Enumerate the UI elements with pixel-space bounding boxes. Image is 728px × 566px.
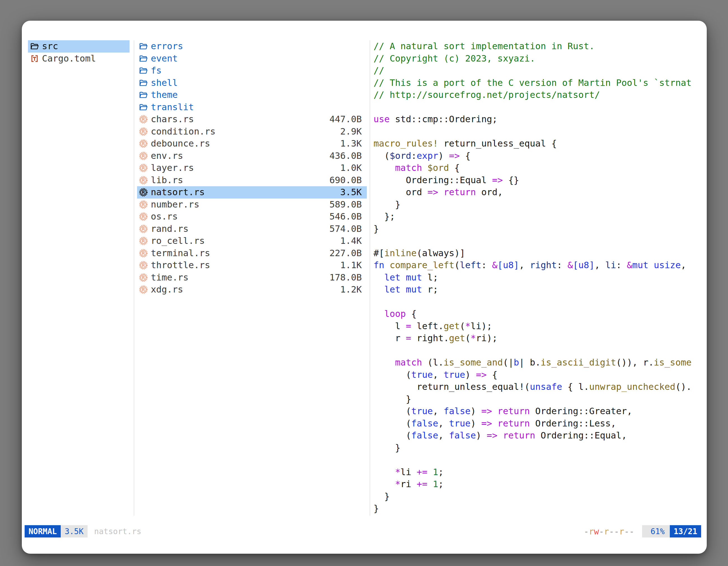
svg-text:R: R bbox=[142, 190, 145, 195]
code-line: } bbox=[374, 393, 707, 405]
code-line: ord => return ord, bbox=[374, 186, 707, 199]
code-line: } bbox=[374, 199, 707, 211]
code-line: } bbox=[374, 223, 707, 235]
file-row-ro_cell.rs[interactable]: Rro_cell.rs1.4K bbox=[137, 235, 367, 247]
file-size: 1.1K bbox=[340, 259, 362, 272]
file-row-src[interactable]: src bbox=[28, 40, 130, 53]
rust-file-icon: R bbox=[138, 224, 148, 234]
file-row-rand.rs[interactable]: Rrand.rs574.0B bbox=[137, 223, 367, 235]
file-name: debounce.rs bbox=[151, 138, 210, 150]
file-name: xdg.rs bbox=[151, 283, 183, 296]
file-row-theme[interactable]: theme bbox=[137, 89, 367, 101]
file-name: src bbox=[42, 40, 58, 53]
rust-file-icon: R bbox=[138, 139, 148, 149]
code-line: ($ord:expr) => { bbox=[374, 150, 707, 162]
file-name: ro_cell.rs bbox=[151, 235, 205, 247]
code-line: return_unless_equal!(unsafe { l.unwrap_u… bbox=[374, 381, 707, 393]
code-line bbox=[374, 101, 707, 114]
file-name: natsort.rs bbox=[151, 186, 205, 199]
code-line: (true, true) => { bbox=[374, 369, 707, 381]
mode-badge: NORMAL bbox=[25, 525, 61, 537]
perm-segment: w bbox=[594, 527, 599, 536]
file-row-xdg.rs[interactable]: Rxdg.rs1.2K bbox=[137, 283, 367, 296]
file-name: chars.rs bbox=[151, 113, 194, 126]
file-size: 227.0B bbox=[329, 247, 362, 260]
file-name: shell bbox=[151, 77, 178, 89]
folder-open-icon bbox=[138, 41, 148, 51]
file-row-debounce.rs[interactable]: Rdebounce.rs1.3K bbox=[137, 138, 367, 150]
file-row-number.rs[interactable]: Rnumber.rs589.0B bbox=[137, 199, 367, 211]
file-name: time.rs bbox=[151, 272, 189, 284]
code-line: } bbox=[374, 490, 707, 503]
file-row-condition.rs[interactable]: Rcondition.rs2.9K bbox=[137, 126, 367, 138]
file-size: 178.0B bbox=[329, 272, 362, 284]
code-line: (false, true) => return Ordering::Less, bbox=[374, 417, 707, 430]
svg-text:R: R bbox=[142, 202, 145, 207]
file-row-chars.rs[interactable]: Rchars.rs447.0B bbox=[137, 113, 367, 126]
yazi-window: srcCargo.toml errorseventfsshellthemetra… bbox=[22, 21, 707, 554]
svg-text:R: R bbox=[142, 251, 145, 256]
code-line: Ordering::Equal => {} bbox=[374, 174, 707, 187]
folder-open-icon bbox=[138, 90, 148, 100]
file-row-terminal.rs[interactable]: Rterminal.rs227.0B bbox=[137, 247, 367, 260]
code-line: *ri += 1; bbox=[374, 478, 707, 490]
file-size: 436.0B bbox=[329, 150, 362, 162]
file-row-env.rs[interactable]: Renv.rs436.0B bbox=[137, 150, 367, 162]
file-row-Cargo.toml[interactable]: Cargo.toml bbox=[28, 53, 130, 65]
file-row-throttle.rs[interactable]: Rthrottle.rs1.1K bbox=[137, 259, 367, 272]
code-line: l = left.get(*li); bbox=[374, 320, 707, 332]
perm-segment: r bbox=[619, 527, 624, 536]
parent-pane: srcCargo.toml bbox=[22, 40, 134, 516]
svg-text:R: R bbox=[142, 142, 145, 147]
code-line: // This is a port of the C version of Ma… bbox=[374, 77, 707, 89]
svg-text:R: R bbox=[142, 275, 145, 280]
folder-open-icon bbox=[29, 41, 39, 51]
svg-text:R: R bbox=[142, 239, 145, 244]
file-size: 690.0B bbox=[329, 174, 362, 187]
file-name: errors bbox=[151, 40, 183, 53]
file-name: throttle.rs bbox=[151, 259, 210, 272]
rust-file-icon: R bbox=[138, 200, 148, 210]
file-row-layer.rs[interactable]: Rlayer.rs1.0K bbox=[137, 162, 367, 174]
permissions: -rw-r--r-- bbox=[584, 527, 635, 536]
code-line: // Copyright (c) 2023, sxyazi. bbox=[374, 53, 707, 65]
folder-open-icon bbox=[138, 66, 148, 76]
file-row-errors[interactable]: errors bbox=[137, 40, 367, 53]
code-line: // A natural sort implementation in Rust… bbox=[374, 40, 707, 53]
file-size: 3.5K bbox=[340, 186, 362, 199]
code-line: let mut r; bbox=[374, 283, 707, 296]
code-line: macro_rules! return_unless_equal { bbox=[374, 138, 707, 150]
svg-text:R: R bbox=[142, 178, 145, 183]
file-row-shell[interactable]: shell bbox=[137, 77, 367, 89]
svg-text:R: R bbox=[142, 227, 145, 232]
code-line bbox=[374, 235, 707, 247]
file-name: translit bbox=[151, 101, 194, 114]
file-name: rand.rs bbox=[151, 223, 189, 235]
preview-pane[interactable]: // A natural sort implementation in Rust… bbox=[370, 40, 707, 516]
file-size: 2.9K bbox=[340, 126, 362, 138]
code-line: *li += 1; bbox=[374, 466, 707, 478]
code-line bbox=[374, 344, 707, 357]
file-name: terminal.rs bbox=[151, 247, 210, 260]
file-size: 574.0B bbox=[329, 223, 362, 235]
rust-file-icon: R bbox=[138, 126, 148, 137]
file-row-translit[interactable]: translit bbox=[137, 101, 367, 114]
file-row-time.rs[interactable]: Rtime.rs178.0B bbox=[137, 272, 367, 284]
rust-file-icon: R bbox=[138, 151, 148, 161]
code-line bbox=[374, 296, 707, 308]
scroll-percent-badge: 61% bbox=[642, 525, 670, 537]
file-row-event[interactable]: event bbox=[137, 53, 367, 65]
file-row-lib.rs[interactable]: Rlib.rs690.0B bbox=[137, 174, 367, 187]
code-line: (true, false) => return Ordering::Greate… bbox=[374, 405, 707, 417]
file-row-os.rs[interactable]: Ros.rs546.0B bbox=[137, 211, 367, 223]
file-size: 589.0B bbox=[329, 199, 362, 211]
rust-file-icon: R bbox=[138, 163, 148, 173]
perm-segment: r bbox=[589, 527, 594, 536]
code-line: fn compare_left(left: &[u8], right: &[u8… bbox=[374, 259, 707, 272]
cursor-position-badge: 13/21 bbox=[670, 525, 701, 537]
file-row-fs[interactable]: fs bbox=[137, 65, 367, 77]
file-row-natsort.rs[interactable]: Rnatsort.rs3.5K bbox=[137, 186, 367, 199]
panes: srcCargo.toml errorseventfsshellthemetra… bbox=[22, 40, 707, 516]
perm-segment: r bbox=[604, 527, 609, 536]
svg-text:R: R bbox=[142, 166, 145, 171]
